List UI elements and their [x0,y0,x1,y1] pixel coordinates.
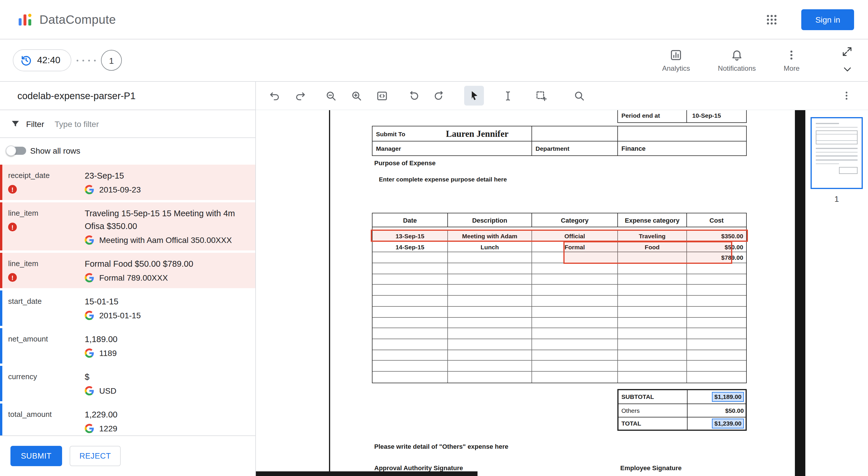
chevron-down-icon[interactable] [842,64,852,75]
field-label: receipt_date [8,171,85,180]
scan-edge-left [329,110,330,473]
field-row[interactable]: receipt_date ! 23-Sep-15 2015-09-23 [0,165,255,200]
field-row[interactable]: total_amount 1,229.00 1229 [0,404,255,435]
doc-table-cell [618,339,687,349]
doc-table-cell [372,317,448,328]
field-value[interactable]: Traveling 15-5ep-15 15 Meeting with 4m O… [85,207,249,233]
field-value[interactable]: 1,229.00 [85,408,249,421]
doc-period-row: Period end at 10-Sep-15 [617,110,747,123]
submit-button[interactable]: SUBMIT [10,446,62,466]
rotate-right-icon [433,90,445,102]
field-row[interactable]: line_item ! Formal Food $50.00 $789.00 F… [0,253,255,288]
expand-fullscreen-icon[interactable] [841,46,853,58]
field-normalized: USD [99,385,116,397]
filter-icon [10,119,20,129]
totals-value[interactable]: $1,189.00 [712,392,744,402]
totals-value[interactable]: $50.00 [725,407,744,414]
toolbar-overflow-button[interactable] [837,86,857,105]
add-region-tool-button[interactable] [531,86,551,105]
doc-table-cell [448,252,532,263]
more-vert-icon [785,48,798,61]
search-button[interactable] [569,86,589,105]
field-row[interactable]: currency $ USD [0,366,255,401]
redo-button[interactable] [290,86,310,105]
field-row[interactable]: line_item ! Traveling 15-5ep-15 15 Meeti… [0,202,255,250]
doc-period-label: Period end at [618,110,687,122]
field-normalized: 2015-09-23 [99,184,141,195]
doc-table-cell [448,307,532,317]
doc-table-row [372,307,746,317]
more-button[interactable]: More [783,48,800,72]
field-row[interactable]: net_amount 1,189.00 1189 [0,328,255,364]
field-value[interactable]: 23-Sep-15 [85,169,249,182]
doc-table-cell [687,350,746,360]
doc-table-cell [618,285,687,295]
doc-submit-to-value: Lauren Jennifer [446,128,508,139]
field-value[interactable]: 15-01-15 [85,295,249,308]
field-value[interactable]: 1,189.00 [85,333,249,345]
google-g-icon [85,386,94,396]
filter-input[interactable] [55,119,247,128]
totals-value[interactable]: $1,239.00 [712,418,744,429]
undo-button[interactable] [265,86,284,105]
sign-in-button[interactable]: Sign in [801,9,854,30]
doc-table-header-cell: Category [532,213,618,227]
notifications-button[interactable]: Notifications [718,48,756,72]
step-badge[interactable]: 1 [101,50,122,71]
annotation-red-row[interactable] [371,230,748,242]
apps-grid-icon[interactable] [765,13,778,26]
rotate-left-button[interactable] [404,86,424,105]
doc-table-cell [618,328,687,338]
doc-table-cell [448,317,532,328]
doc-totals-table: SUBTOTAL $1,189.00 Others $50.00 TOTAL $… [617,389,747,431]
field-normalized: 2015-01-15 [99,310,141,321]
show-all-rows-label: Show all rows [30,146,80,155]
text-select-icon [502,90,514,102]
field-row[interactable]: start_date 15-01-15 2015-01-15 [0,291,255,326]
doc-table-header-cell: Cost [687,213,746,227]
field-label: net_amount [8,335,85,343]
field-normalized: 1229 [99,423,117,434]
doc-table-cell [687,328,746,338]
doc-purpose-hint: Enter complete expense purpose detail he… [379,176,507,183]
field-value[interactable]: Formal Food $50.00 $789.00 [85,258,249,270]
zoom-out-icon [324,90,337,102]
doc-submit-to-label: Submit To [372,130,405,137]
doc-table-row [372,328,746,339]
field-value[interactable]: $ [85,371,249,383]
doc-approval-signature-label: Approval Authority Signature [374,465,463,471]
analytics-button[interactable]: Analytics [662,48,690,72]
doc-table-cell [448,372,532,382]
doc-table-cell [372,372,448,382]
page-thumbnail[interactable] [811,117,863,189]
doc-table-cell [532,285,618,295]
doc-table-row [372,372,746,382]
show-all-rows-toggle[interactable] [6,145,28,156]
text-select-tool-button[interactable] [498,86,518,105]
doc-table-row [372,296,746,306]
code-view-button[interactable] [372,86,392,105]
more-label: More [783,64,800,72]
doc-employee-signature-label: Employee Signature [620,465,682,471]
pointer-tool-button[interactable] [464,86,484,105]
doc-department-value: Finance [618,145,646,152]
rotate-left-icon [408,90,420,102]
zoom-in-button[interactable] [346,86,366,105]
field-normalized: Formal 789.00XXX [99,272,168,283]
doc-period-value: 10-Sep-15 [687,110,746,122]
doc-table-row [372,339,746,350]
brand-logo-icon [16,11,34,28]
reject-button[interactable]: REJECT [70,446,121,466]
annotation-red-region[interactable] [563,241,732,264]
rotate-right-button[interactable] [429,86,448,105]
doc-table-cell [372,328,448,338]
field-normalized: 1189 [99,347,117,359]
redo-icon [294,90,306,102]
zoom-out-button[interactable] [321,86,341,105]
field-label: line_item [8,259,85,268]
doc-table-cell [448,296,532,306]
session-timer[interactable]: 42:40 [13,49,71,71]
field-normalized: Meeting with Aam Offical 350.00XXX [99,234,232,246]
brand-name: DataCompute [39,12,116,26]
document-canvas[interactable]: Period end at 10-Sep-15 Submit To Lauren… [256,110,795,476]
